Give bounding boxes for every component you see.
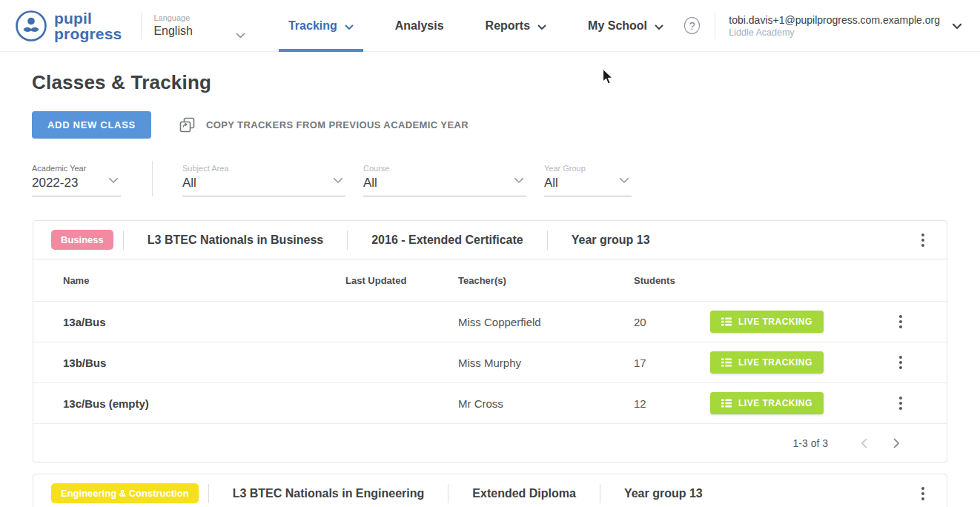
table-grid-icon: [721, 358, 732, 367]
filter-year-group-label: Year Group: [544, 164, 632, 173]
card-qualification: 2016 - Extended Certificate: [371, 233, 523, 247]
row-kebab-menu[interactable]: [895, 351, 917, 374]
class-card-engineering: Engineering & Construction L3 BTEC Natio…: [33, 474, 947, 507]
segment-divider: [347, 231, 348, 250]
account-info: tobi.davis+1@pupilprogress.com.example.o…: [729, 14, 940, 38]
class-name: 13c/Bus (empty): [63, 397, 345, 410]
nav-tab-analysis[interactable]: Analysis: [385, 0, 454, 52]
pagination-next-button[interactable]: [880, 438, 913, 448]
table-grid-icon: [721, 399, 732, 408]
class-student-count: 17: [634, 357, 710, 369]
copy-trackers-label: COPY TRACKERS FROM PREVIOUS ACADEMIC YEA…: [206, 119, 469, 130]
segment-divider: [600, 484, 600, 503]
segment-divider: [123, 231, 124, 250]
chevron-down-icon: [655, 20, 663, 33]
main-content: Classes & Tracking ADD NEW CLASS COPY TR…: [0, 71, 980, 507]
pagination-range: 1-3 of 3: [793, 437, 828, 449]
pagination-prev-button[interactable]: [847, 438, 880, 448]
active-tab-underline: [279, 49, 363, 52]
filters-divider: [152, 161, 153, 196]
language-selector[interactable]: Language English: [153, 13, 245, 38]
class-student-count: 20: [634, 316, 710, 328]
account-menu[interactable]: tobi.davis+1@pupilprogress.com.example.o…: [729, 14, 962, 38]
class-card-business: Business L3 BTEC Nationals in Business 2…: [33, 220, 947, 463]
help-icon[interactable]: ?: [684, 17, 700, 34]
filter-academic-year-label: Academic Year: [32, 164, 121, 173]
copy-icon: [179, 117, 195, 133]
nav-tab-my-school[interactable]: My School: [578, 0, 673, 52]
nav-tab-reports-label: Reports: [486, 19, 530, 33]
chevron-down-icon: [236, 28, 245, 42]
segment-divider: [547, 231, 548, 250]
language-label: Language: [153, 13, 245, 22]
live-tracking-button[interactable]: LIVE TRACKING: [710, 311, 824, 333]
card-kebab-menu[interactable]: [917, 483, 929, 505]
card-qualification: Extended Diploma: [472, 487, 576, 500]
class-student-count: 12: [634, 397, 710, 410]
page-title: Classes & Tracking: [32, 71, 980, 94]
pupil-progress-logo[interactable]: pupil progress: [15, 10, 122, 42]
chevron-down-icon: [619, 173, 629, 187]
filter-course-label: Course: [363, 164, 526, 173]
card-header: Business L3 BTEC Nationals in Business 2…: [33, 221, 947, 259]
nav-tab-tracking-label: Tracking: [288, 19, 337, 33]
table-row: 13b/Bus Miss Murphy 17 LIVE TRACKING: [33, 342, 947, 382]
chevron-down-icon: [333, 173, 343, 187]
column-header-students: Students: [634, 275, 710, 286]
account-email: tobi.davis+1@pupilprogress.com.example.o…: [729, 14, 940, 26]
subject-badge: Engineering & Construction: [51, 483, 199, 503]
filter-academic-year[interactable]: Academic Year 2022-23: [32, 164, 121, 196]
table-grid-icon: [721, 317, 732, 326]
filter-subject-area[interactable]: Subject Area All: [182, 164, 345, 196]
table-row: 13c/Bus (empty) Mr Cross 12 LIVE TRACKIN…: [33, 382, 947, 423]
column-header-last-updated: Last Updated: [345, 275, 458, 286]
live-tracking-button[interactable]: LIVE TRACKING: [710, 392, 824, 414]
column-header-name: Name: [63, 275, 345, 286]
card-year-group: Year group 13: [572, 233, 650, 247]
filter-course[interactable]: Course All: [363, 164, 526, 196]
class-name: 13a/Bus: [63, 316, 345, 328]
class-teacher: Miss Copperfield: [458, 316, 634, 328]
chevron-down-icon: [345, 20, 354, 33]
chevron-down-icon: [108, 173, 119, 187]
navbar-divider: [715, 13, 715, 39]
pagination: 1-3 of 3: [33, 423, 947, 462]
add-new-class-button[interactable]: ADD NEW CLASS: [32, 111, 151, 139]
card-kebab-menu[interactable]: [917, 229, 929, 251]
class-teacher: Miss Murphy: [458, 357, 634, 369]
filter-course-value: All: [363, 176, 526, 190]
card-course-title: L3 BTEC Nationals in Business: [148, 233, 323, 247]
row-kebab-menu[interactable]: [895, 311, 917, 333]
live-tracking-button[interactable]: LIVE TRACKING: [710, 351, 824, 374]
main-nav: Tracking Analysis Reports My School: [268, 0, 684, 52]
filter-subject-area-label: Subject Area: [182, 164, 345, 173]
table-header-row: Name Last Updated Teacher(s) Students: [33, 259, 947, 301]
nav-tab-my-school-label: My School: [588, 19, 647, 33]
class-teacher: Mr Cross: [458, 397, 634, 410]
card-header: Engineering & Construction L3 BTEC Natio…: [33, 474, 947, 507]
chevron-down-icon: [537, 20, 546, 33]
filter-subject-area-value: All: [182, 176, 345, 190]
copy-trackers-button[interactable]: COPY TRACKERS FROM PREVIOUS ACADEMIC YEA…: [179, 117, 469, 133]
nav-tab-analysis-label: Analysis: [395, 19, 444, 33]
segment-divider: [448, 484, 448, 503]
actions-row: ADD NEW CLASS COPY TRACKERS FROM PREVIOU…: [32, 111, 980, 139]
nav-tab-tracking[interactable]: Tracking: [279, 0, 363, 52]
filters-row: Academic Year 2022-23 Subject Area All C…: [32, 161, 948, 196]
column-header-teachers: Teacher(s): [458, 275, 634, 286]
card-course-title: L3 BTEC Nationals in Engineering: [233, 487, 425, 500]
pupil-progress-logo-icon: [15, 10, 47, 42]
nav-tab-reports[interactable]: Reports: [476, 0, 556, 52]
live-tracking-label: LIVE TRACKING: [738, 357, 812, 368]
language-value: English: [153, 24, 245, 38]
filter-year-group[interactable]: Year Group All: [544, 164, 632, 196]
row-kebab-menu[interactable]: [895, 392, 917, 414]
account-school: Liddle Academy: [729, 27, 940, 38]
navbar-divider: [141, 13, 142, 39]
filter-academic-year-value: 2022-23: [32, 176, 121, 190]
logo-wordmark: pupil progress: [54, 10, 122, 42]
card-year-group: Year group 13: [624, 487, 703, 500]
top-navbar: pupil progress Language English Tracking…: [0, 0, 980, 52]
live-tracking-label: LIVE TRACKING: [738, 317, 812, 327]
live-tracking-label: LIVE TRACKING: [738, 398, 812, 408]
